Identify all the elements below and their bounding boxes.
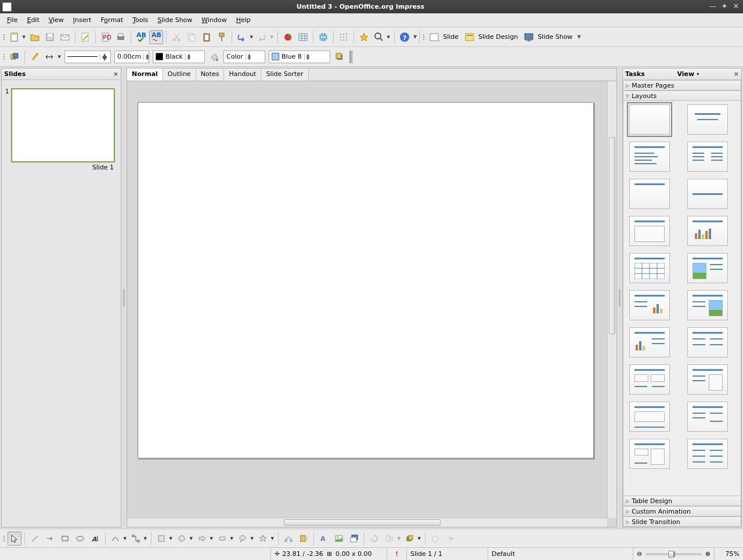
cut-button[interactable]: [169, 30, 183, 44]
layout-title[interactable]: [687, 104, 728, 135]
save-button[interactable]: [43, 30, 57, 44]
copy-button[interactable]: [185, 30, 199, 44]
tab-handout[interactable]: Handout: [224, 68, 261, 81]
vertical-scrollbar[interactable]: [607, 81, 616, 518]
toolbar-grip[interactable]: [422, 34, 425, 40]
rotate-tool[interactable]: [367, 532, 381, 545]
callout-tool[interactable]: ▼: [236, 532, 250, 545]
menu-help[interactable]: Help: [232, 15, 255, 26]
new-button[interactable]: ▼: [8, 30, 21, 44]
zoom-out-icon[interactable]: ⊖: [637, 550, 642, 558]
zoom-in-icon[interactable]: ⊕: [705, 550, 710, 558]
layout-title-object[interactable]: [629, 216, 670, 246]
layout-title-image-text[interactable]: [687, 253, 728, 283]
fontwork-tool[interactable]: A: [317, 532, 331, 545]
select-tool[interactable]: [8, 532, 21, 545]
redo-button[interactable]: ▼: [255, 30, 269, 44]
line-format-button[interactable]: [28, 50, 42, 64]
grid-button[interactable]: [337, 30, 351, 44]
menu-format[interactable]: Format: [96, 15, 128, 26]
fill-color-combo[interactable]: Blue 8 ▲▼: [269, 50, 330, 63]
layout-centered[interactable]: [687, 179, 728, 209]
menu-insert[interactable]: Insert: [68, 15, 96, 26]
toolbar-overflow[interactable]: ▼: [413, 34, 417, 39]
layout-title-6blocks[interactable]: [687, 439, 728, 469]
toolbar-grip[interactable]: [2, 34, 6, 40]
line-tool[interactable]: [28, 532, 42, 545]
toolbar-grip[interactable]: [2, 54, 6, 60]
slide-design-icon[interactable]: [463, 30, 477, 44]
slide-canvas[interactable]: [138, 102, 594, 458]
from-file-tool[interactable]: [332, 532, 346, 545]
interaction-tool[interactable]: [443, 532, 457, 545]
arrange-button[interactable]: [8, 50, 21, 64]
open-button[interactable]: [28, 30, 42, 44]
layout-title-chart[interactable]: [687, 216, 728, 246]
layout-title-only[interactable]: [629, 179, 670, 209]
close-button[interactable]: ✕: [731, 2, 741, 12]
section-custom-animation[interactable]: ▷Custom Animation: [623, 506, 741, 516]
layout-title-2content[interactable]: [687, 142, 728, 172]
line-style-combo[interactable]: ▲▼: [64, 50, 111, 63]
print-button[interactable]: [114, 30, 128, 44]
gallery-tool[interactable]: [347, 532, 361, 545]
paste-button[interactable]: [200, 30, 214, 44]
layout-title-chart-text[interactable]: [629, 327, 670, 357]
edit-file-button[interactable]: [78, 30, 92, 44]
spellcheck-button[interactable]: ABC: [134, 30, 148, 44]
maximize-button[interactable]: ✦: [720, 2, 729, 12]
splitter-right[interactable]: [618, 67, 621, 529]
tab-slide-sorter[interactable]: Slide Sorter: [261, 68, 308, 81]
shadow-button[interactable]: [333, 50, 347, 64]
slides-list[interactable]: 1 Slide 1: [2, 80, 121, 527]
alignment-tool[interactable]: ▼: [383, 532, 396, 545]
layout-title-text-chart[interactable]: [629, 290, 670, 320]
arrange-tool[interactable]: ▼: [403, 532, 417, 545]
layout-title-text-image[interactable]: [687, 290, 728, 320]
slide-thumbnail[interactable]: 1: [11, 88, 115, 162]
zoom-button[interactable]: ▼: [372, 30, 386, 44]
fill-type-combo[interactable]: Color ▲▼: [223, 50, 265, 63]
slide-icon[interactable]: [427, 30, 441, 44]
slide-design-label[interactable]: Slide Design: [478, 33, 518, 41]
slides-panel-close[interactable]: ×: [113, 70, 118, 78]
slide-show-icon[interactable]: [522, 30, 536, 44]
tab-notes[interactable]: Notes: [196, 68, 225, 81]
export-pdf-button[interactable]: PDF: [99, 30, 113, 44]
undo-button[interactable]: ▼: [235, 30, 249, 44]
canvas-area[interactable]: [127, 81, 617, 528]
navigator-button[interactable]: [357, 30, 371, 44]
toolbar-grip[interactable]: [2, 536, 6, 541]
scroll-thumb[interactable]: [609, 137, 615, 334]
toolbar-end-grip[interactable]: [349, 50, 353, 63]
stars-tool[interactable]: ▼: [256, 532, 270, 545]
menu-tools[interactable]: Tools: [128, 15, 153, 26]
extrusion-tool[interactable]: [428, 532, 442, 545]
toolbar-overflow[interactable]: ▼: [577, 34, 580, 39]
tasks-view-menu[interactable]: View▾: [677, 70, 699, 78]
basic-shapes-tool[interactable]: ▼: [154, 532, 168, 545]
format-paintbrush-button[interactable]: [215, 30, 229, 44]
area-format-button[interactable]: [207, 50, 221, 64]
section-table-design[interactable]: ▷Table Design: [623, 496, 741, 506]
points-tool[interactable]: [282, 532, 295, 545]
table-button[interactable]: [296, 30, 310, 44]
slide-label[interactable]: Slide: [443, 33, 459, 41]
menu-view[interactable]: View: [44, 15, 68, 26]
email-button[interactable]: [58, 30, 72, 44]
line-width-combo[interactable]: 0.00cm ▲▼: [114, 50, 149, 63]
menu-edit[interactable]: Edit: [22, 15, 44, 26]
arrow-tool[interactable]: [43, 532, 57, 545]
symbol-shapes-tool[interactable]: ▼: [175, 532, 189, 545]
section-slide-transition[interactable]: ▷Slide Transition: [623, 516, 741, 527]
layouts-body[interactable]: [623, 101, 741, 496]
block-arrows-tool[interactable]: ▼: [195, 532, 209, 545]
arrow-style-button[interactable]: ▼: [43, 50, 57, 64]
autospellcheck-button[interactable]: ABC: [149, 30, 163, 44]
slide-show-label[interactable]: Slide Show: [538, 33, 572, 41]
section-master-pages[interactable]: ▷Master Pages: [623, 80, 741, 91]
layout-title-obj-split[interactable]: [629, 439, 670, 469]
tasks-panel-close[interactable]: ×: [734, 70, 739, 78]
help-button[interactable]: ?: [398, 30, 412, 44]
gluepoints-tool[interactable]: [297, 532, 311, 545]
